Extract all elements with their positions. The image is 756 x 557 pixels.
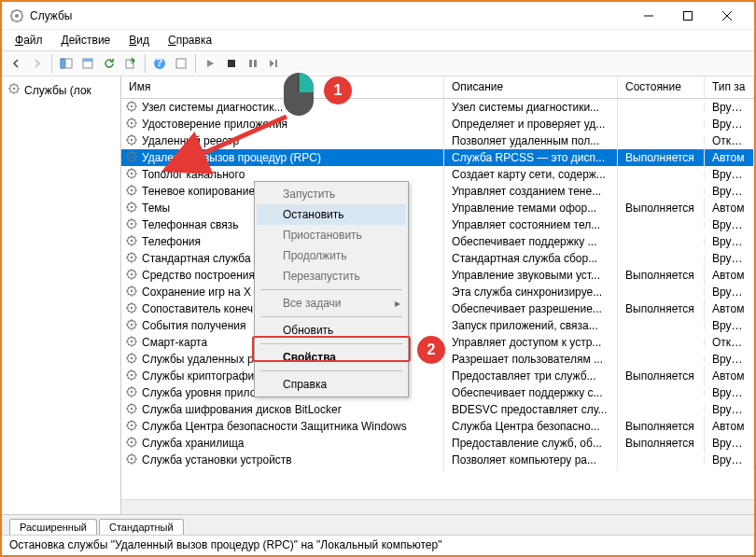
status-text: Остановка службы "Удаленный вызов процед… (9, 538, 441, 551)
app-icon (9, 8, 24, 23)
list-header: Имя Описание Состояние Тип за (121, 77, 754, 99)
svg-rect-3 (61, 59, 64, 68)
refresh-button[interactable] (99, 53, 119, 74)
forward-button[interactable] (27, 53, 48, 74)
service-list[interactable]: Узел системы диагностик...Узел системы д… (121, 99, 754, 499)
show-hide-tree-button[interactable] (56, 53, 77, 74)
svg-point-52 (131, 390, 133, 392)
sidebar-services-node[interactable]: Службы (лок (6, 80, 117, 100)
service-state (618, 288, 705, 296)
service-state (618, 389, 705, 397)
gear-icon (7, 82, 21, 98)
service-state (618, 255, 705, 262)
svg-point-44 (131, 323, 133, 325)
ctx-separator (260, 343, 402, 344)
back-button[interactable] (6, 53, 26, 74)
main-panel: Имя Описание Состояние Тип за Узел систе… (121, 77, 754, 514)
service-state: Выполняется (618, 433, 705, 453)
toolbar-separator (195, 54, 196, 73)
svg-point-26 (131, 172, 133, 174)
annotation-badge-1: 1 (324, 77, 352, 104)
sidebar: Службы (лок (2, 77, 121, 514)
service-row[interactable]: Служба установки устройствПозволяет комп… (121, 452, 754, 468)
mouse-icon (280, 69, 317, 119)
service-type: Вручну (705, 450, 754, 470)
ctx-properties[interactable]: Свойства (257, 347, 406, 368)
svg-point-32 (131, 222, 133, 224)
svg-rect-14 (275, 60, 277, 67)
pause-service-button[interactable] (243, 53, 263, 74)
ctx-restart[interactable]: Перезапустить (257, 266, 406, 286)
column-startup-type[interactable]: Тип за (705, 77, 754, 98)
menu-action[interactable]: Действие (54, 32, 119, 49)
svg-point-18 (131, 104, 133, 106)
column-state[interactable]: Состояние (618, 77, 705, 98)
svg-point-46 (131, 340, 133, 341)
sidebar-label: Службы (лок (24, 84, 91, 97)
svg-rect-11 (228, 60, 235, 67)
svg-point-60 (131, 457, 133, 459)
svg-point-54 (131, 407, 133, 409)
tab-standard[interactable]: Стандартный (99, 519, 184, 535)
service-state (618, 238, 705, 245)
svg-point-22 (131, 138, 133, 140)
ctx-pause[interactable]: Приостановить (257, 225, 406, 245)
tool-button[interactable] (171, 53, 191, 74)
svg-rect-12 (249, 60, 252, 67)
export-button[interactable] (120, 53, 141, 74)
svg-point-40 (131, 289, 133, 291)
close-button[interactable] (707, 3, 747, 29)
svg-rect-6 (83, 59, 92, 62)
service-state (618, 221, 705, 229)
toolbar: ? (2, 50, 754, 77)
ctx-all-tasks[interactable]: Все задачи (257, 293, 406, 313)
svg-rect-4 (65, 59, 72, 68)
menubar: Файл Действие Вид Справка (2, 30, 754, 50)
maximize-button[interactable] (668, 3, 707, 29)
service-state (618, 322, 705, 329)
help-button[interactable]: ? (149, 53, 170, 74)
service-state (618, 406, 705, 413)
menu-view[interactable]: Вид (121, 32, 157, 49)
svg-rect-10 (176, 59, 186, 68)
menu-file[interactable]: Файл (7, 32, 50, 49)
svg-rect-2 (684, 11, 693, 20)
ctx-start[interactable]: Запустить (257, 184, 406, 204)
start-service-button[interactable] (200, 53, 220, 74)
svg-point-30 (131, 205, 133, 207)
service-state (618, 355, 705, 363)
service-state (618, 137, 705, 145)
service-state (618, 171, 705, 178)
service-state: Выполняется (618, 198, 705, 218)
tab-extended[interactable]: Расширенный (9, 519, 97, 535)
ctx-help[interactable]: Справка (257, 374, 406, 395)
service-state: Выполняется (618, 265, 705, 285)
horizontal-scrollbar[interactable] (121, 499, 754, 514)
service-name: Служба установки устройств (142, 453, 292, 466)
ctx-resume[interactable]: Продолжить (257, 245, 406, 266)
toolbar-separator (51, 54, 52, 73)
ctx-refresh[interactable]: Обновить (257, 320, 406, 341)
ctx-separator (260, 370, 402, 371)
column-description[interactable]: Описание (444, 77, 618, 98)
status-bar: Остановка службы "Удаленный вызов процед… (2, 535, 754, 555)
svg-point-16 (13, 88, 16, 91)
ctx-stop[interactable]: Остановить (257, 204, 406, 225)
svg-point-56 (131, 424, 133, 425)
minimize-button[interactable] (629, 3, 668, 29)
gear-icon (125, 453, 138, 468)
svg-point-34 (131, 239, 133, 241)
service-state (618, 188, 705, 195)
service-state (618, 456, 705, 464)
service-state (618, 120, 705, 128)
service-state: Выполняется (618, 366, 705, 386)
svg-point-50 (131, 373, 133, 375)
svg-text:?: ? (156, 57, 162, 69)
properties-button[interactable] (77, 53, 98, 74)
menu-help[interactable]: Справка (161, 32, 219, 49)
svg-rect-13 (254, 60, 257, 67)
service-desc: Позволяет компьютеру ра... (444, 450, 618, 470)
toolbar-separator (145, 54, 146, 73)
context-menu: Запустить Остановить Приостановить Продо… (254, 181, 409, 397)
stop-service-button[interactable] (221, 53, 242, 74)
